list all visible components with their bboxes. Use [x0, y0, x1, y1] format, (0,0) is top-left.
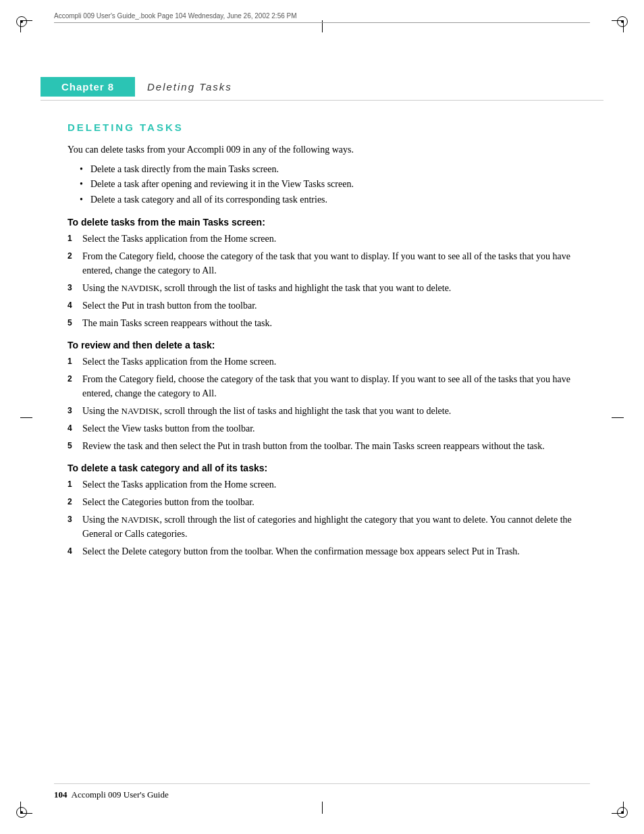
- file-info-bar: Accompli 009 User's Guide_.book Page 104…: [54, 12, 590, 23]
- header-rule: [41, 100, 603, 101]
- step-num: 4: [68, 421, 82, 436]
- step-num: 2: [68, 372, 82, 400]
- crop-side-mr: [612, 417, 624, 418]
- table-row: 5 The main Tasks screen reappears withou…: [68, 316, 590, 330]
- step-text: Select the Tasks application from the Ho…: [82, 355, 590, 369]
- chapter-label: Chapter 8: [41, 77, 135, 97]
- step-text: Using the NavDisk, scroll through the li…: [82, 281, 590, 295]
- step-text: Select the Categories button from the to…: [82, 495, 590, 509]
- table-row: 3 Using the NavDisk, scroll through the …: [68, 281, 590, 295]
- step-num: 4: [68, 298, 82, 313]
- page-footer: 104 Accompli 009 User's Guide: [54, 783, 590, 800]
- main-content: DELETING TASKS You can delete tasks from…: [68, 122, 590, 563]
- step-num: 3: [68, 281, 82, 295]
- step-num: 1: [68, 355, 82, 369]
- crop-mark-br: [612, 802, 624, 814]
- table-row: 2 From the Category field, choose the ca…: [68, 372, 590, 400]
- steps-list-3: 1 Select the Tasks application from the …: [68, 477, 590, 558]
- step-text: Review the task and then select the Put …: [82, 439, 590, 453]
- step-num: 3: [68, 513, 82, 541]
- page: Accompli 009 User's Guide_.book Page 104…: [0, 0, 644, 834]
- table-row: 4 Select the View tasks button from the …: [68, 421, 590, 436]
- step-text: The main Tasks screen reappears without …: [82, 316, 590, 330]
- step-text: Using the NavDisk, scroll through the li…: [82, 513, 590, 541]
- step-num: 1: [68, 232, 82, 246]
- table-row: 3 Using the NavDisk, scroll through the …: [68, 513, 590, 541]
- step-text: Select the Tasks application from the Ho…: [82, 232, 590, 246]
- step-text: Select the View tasks button from the to…: [82, 421, 590, 436]
- step-text: Select the Delete category button from t…: [82, 544, 590, 558]
- bullet-list: Delete a task directly from the main Tas…: [80, 162, 590, 207]
- step-text: Select the Tasks application from the Ho…: [82, 477, 590, 492]
- crop-side-ml: [20, 417, 32, 418]
- table-row: 1 Select the Tasks application from the …: [68, 232, 590, 246]
- proc-heading-1: To delete tasks from the main Tasks scre…: [68, 217, 590, 228]
- crop-mark-bl: [20, 802, 32, 814]
- table-row: 2 Select the Categories button from the …: [68, 495, 590, 509]
- chapter-header: Chapter 8 Deleting Tasks: [41, 74, 603, 99]
- table-row: 5 Review the task and then select the Pu…: [68, 439, 590, 453]
- proc-heading-2: To review and then delete a task:: [68, 340, 590, 350]
- step-num: 5: [68, 316, 82, 330]
- steps-list-1: 1 Select the Tasks application from the …: [68, 232, 590, 330]
- table-row: 2 From the Category field, choose the ca…: [68, 249, 590, 278]
- step-text: From the Category field, choose the cate…: [82, 249, 590, 278]
- step-num: 2: [68, 249, 82, 278]
- crop-mark-tl: [20, 20, 32, 32]
- list-item: Delete a task directly from the main Tas…: [80, 162, 590, 177]
- footer-title: Accompli 009 User's Guide: [72, 789, 169, 800]
- crop-mark-tr: [612, 20, 624, 32]
- file-info-text: Accompli 009 User's Guide_.book Page 104…: [54, 12, 297, 20]
- step-num: 1: [68, 477, 82, 492]
- table-row: 4 Select the Delete category button from…: [68, 544, 590, 558]
- list-item: Delete a task category and all of its co…: [80, 192, 590, 207]
- step-num: 5: [68, 439, 82, 453]
- list-item: Delete a task after opening and reviewin…: [80, 177, 590, 192]
- table-row: 1 Select the Tasks application from the …: [68, 355, 590, 369]
- steps-list-2: 1 Select the Tasks application from the …: [68, 355, 590, 453]
- chapter-title: Deleting Tasks: [147, 81, 232, 93]
- table-row: 4 Select the Put in trash button from th…: [68, 298, 590, 313]
- step-text: Using the NavDisk, scroll through the li…: [82, 404, 590, 418]
- step-text: Select the Put in trash button from the …: [82, 298, 590, 313]
- footer-page-num: 104: [54, 789, 68, 800]
- step-num: 2: [68, 495, 82, 509]
- step-num: 3: [68, 404, 82, 418]
- section-heading: DELETING TASKS: [68, 122, 590, 133]
- intro-text: You can delete tasks from your Accompli …: [68, 142, 590, 157]
- table-row: 3 Using the NavDisk, scroll through the …: [68, 404, 590, 418]
- step-text: From the Category field, choose the cate…: [82, 372, 590, 400]
- crop-side-mb: [322, 802, 323, 814]
- proc-heading-3: To delete a task category and all of its…: [68, 463, 590, 473]
- table-row: 1 Select the Tasks application from the …: [68, 477, 590, 492]
- step-num: 4: [68, 544, 82, 558]
